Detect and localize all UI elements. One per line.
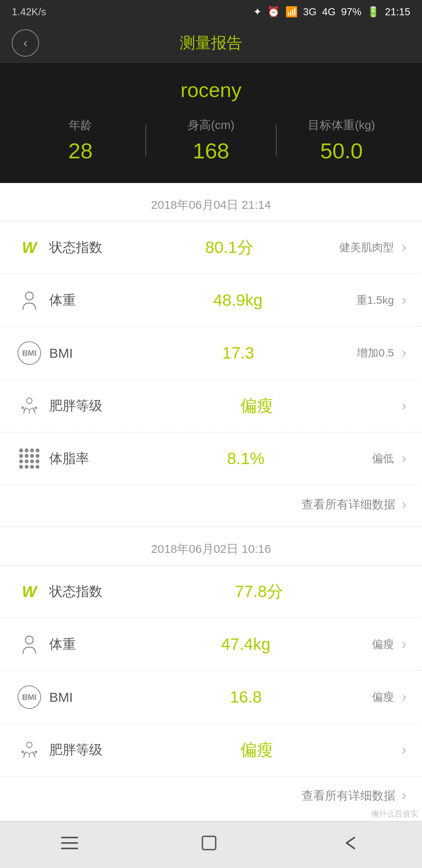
see-all-text-2: 查看所有详细数据 [302, 788, 395, 804]
bodyfat-label-1: 体脂率 [49, 450, 120, 468]
bottom-nav [0, 821, 422, 868]
stat-target-weight-value: 50.0 [277, 138, 406, 163]
status-bar: 1.42K/s ✦ ⏰ 📶 3G 4G 97% 🔋 21:15 [0, 0, 422, 23]
bmi-sub-1: 增加0.5 [357, 346, 394, 360]
status-index-arrow-1: › [402, 239, 406, 256]
see-all-row-2[interactable]: 查看所有详细数据 › [0, 777, 422, 818]
bmi-arrow-1: › [402, 345, 406, 361]
bmi-icon-2: BMI [16, 683, 43, 711]
svg-rect-17 [202, 836, 216, 850]
header: ‹ 测量报告 [0, 23, 422, 63]
signal-3g-icon: 3G [303, 6, 317, 18]
status-index-value-2: 77.8分 [120, 581, 399, 603]
bmi-label-2: BMI [49, 690, 120, 705]
status-index-sub-1: 健美肌肉型 [339, 240, 394, 255]
svg-point-1 [27, 398, 32, 404]
wifi-icon: 📶 [285, 6, 298, 18]
metric-status-index-1[interactable]: W 状态指数 80.1分 健美肌肉型 › [0, 221, 422, 274]
profile-section: roceny 年龄 28 身高(cm) 168 目标体重(kg) 50.0 [0, 63, 422, 183]
stat-height-value: 168 [146, 138, 276, 163]
obesity-label-2: 肥胖等级 [49, 741, 120, 759]
obesity-icon-2 [16, 736, 43, 764]
weight-label-1: 体重 [49, 291, 120, 309]
dots-grid-icon [19, 448, 39, 469]
page-title: 测量报告 [180, 32, 242, 54]
status-index-label-2: 状态指数 [49, 583, 120, 601]
svg-point-8 [27, 742, 32, 748]
weight-sub-1: 重1.5kg [356, 293, 394, 308]
obesity-value-1: 偏瘦 [120, 395, 394, 417]
see-all-text-1: 查看所有详细数据 [302, 497, 395, 513]
bmi-circle-icon-2: BMI [18, 685, 41, 709]
stat-target-weight-label: 目标体重(kg) [277, 117, 406, 133]
bmi-icon-1: BMI [16, 339, 43, 367]
alarm-icon: ⏰ [267, 6, 280, 18]
metric-status-index-2[interactable]: W 状态指数 77.8分 [0, 565, 422, 618]
svg-point-13 [35, 751, 37, 753]
stat-age: 年龄 28 [16, 117, 145, 163]
bmi-value-1: 17.3 [120, 344, 357, 362]
bmi-arrow-2: › [402, 689, 406, 705]
svg-point-5 [21, 407, 24, 409]
metric-bmi-2[interactable]: BMI BMI 16.8 偏瘦 › [0, 671, 422, 724]
metric-weight-1[interactable]: 体重 48.9kg 重1.5kg › [0, 274, 422, 327]
nav-back-button[interactable] [339, 834, 362, 855]
bodyfat-arrow-1: › [402, 450, 406, 467]
weight-label-2: 体重 [49, 635, 120, 653]
status-index-icon-1: W [16, 234, 43, 261]
see-all-arrow-1: › [402, 496, 406, 513]
record-section-2: 2018年06月02日 10:16 W 状态指数 77.8分 体重 47.4kg… [0, 527, 422, 818]
metric-obesity-2[interactable]: 肥胖等级 偏瘦 › [0, 724, 422, 777]
status-index-label-1: 状态指数 [49, 239, 120, 256]
status-speed: 1.42K/s [12, 6, 46, 18]
record-date-2: 2018年06月02日 10:16 [0, 527, 422, 565]
svg-point-7 [25, 636, 33, 644]
profile-stats: 年龄 28 身高(cm) 168 目标体重(kg) 50.0 [16, 117, 406, 163]
bodyfat-value-1: 8.1% [120, 449, 372, 468]
see-all-row-1[interactable]: 查看所有详细数据 › [0, 485, 422, 527]
metric-bmi-1[interactable]: BMI BMI 17.3 增加0.5 › [0, 327, 422, 380]
watermark: 俺什么百值实 [371, 809, 418, 819]
bodyfat-sub-1: 偏低 [372, 451, 394, 466]
back-icon: ‹ [23, 36, 28, 50]
nav-menu-button[interactable] [60, 834, 79, 855]
battery-icon: 🔋 [367, 6, 379, 18]
record-section-1: 2018年06月04日 21:14 W 状态指数 80.1分 健美肌肉型 › 体… [0, 183, 422, 527]
weight-icon-2 [16, 631, 43, 658]
record-date-1: 2018年06月04日 21:14 [0, 183, 422, 221]
back-button[interactable]: ‹ [12, 29, 39, 57]
status-index-icon-2: W [16, 578, 43, 605]
obesity-value-2: 偏瘦 [120, 739, 394, 761]
weight-sub-2: 偏瘦 [372, 637, 394, 652]
weight-arrow-1: › [402, 292, 406, 308]
profile-name: roceny [16, 78, 406, 102]
stat-age-label: 年龄 [16, 117, 145, 133]
w-letter-icon-2: W [22, 583, 37, 601]
signal-4g-icon: 4G [322, 6, 336, 18]
svg-point-0 [25, 292, 33, 300]
svg-point-12 [21, 751, 24, 753]
svg-point-6 [35, 407, 37, 409]
battery-percent: 97% [341, 6, 361, 18]
bmi-sub-2: 偏瘦 [372, 690, 394, 705]
stat-height: 身高(cm) 168 [146, 117, 276, 163]
bmi-circle-icon: BMI [18, 341, 41, 365]
obesity-arrow-1: › [402, 398, 406, 414]
obesity-icon-1 [16, 392, 43, 420]
stat-age-value: 28 [16, 138, 145, 163]
bluetooth-icon: ✦ [253, 6, 262, 18]
stat-target-weight: 目标体重(kg) 50.0 [277, 117, 406, 163]
status-index-value-1: 80.1分 [120, 237, 339, 258]
stat-height-label: 身高(cm) [146, 117, 276, 133]
metric-obesity-1[interactable]: 肥胖等级 偏瘦 › [0, 380, 422, 432]
bodyfat-icon-1 [16, 445, 43, 472]
w-letter-icon: W [22, 239, 37, 256]
obesity-label-1: 肥胖等级 [49, 397, 120, 415]
weight-icon-1 [16, 287, 43, 314]
metric-bodyfat-1[interactable]: 体脂率 8.1% 偏低 › [0, 432, 422, 485]
see-all-arrow-2: › [402, 787, 406, 804]
nav-home-button[interactable] [199, 833, 219, 857]
metric-weight-2[interactable]: 体重 47.4kg 偏瘦 › [0, 618, 422, 671]
main-content: 2018年06月04日 21:14 W 状态指数 80.1分 健美肌肉型 › 体… [0, 183, 422, 868]
weight-value-2: 47.4kg [120, 635, 372, 654]
